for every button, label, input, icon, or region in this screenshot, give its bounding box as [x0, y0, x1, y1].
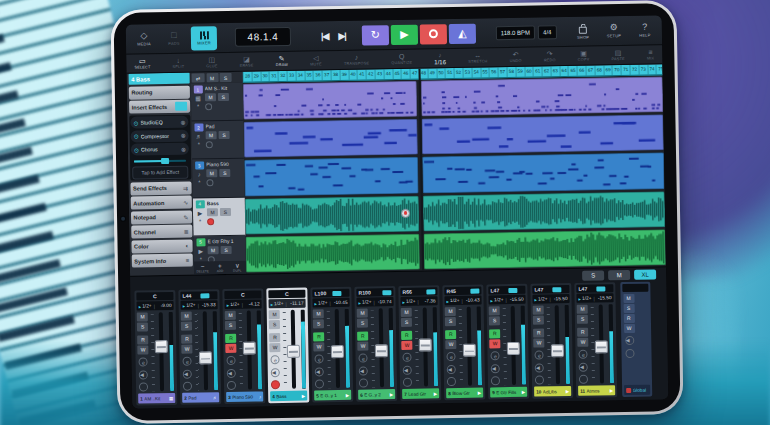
inspector-channel-row[interactable]: Channel≣	[131, 225, 192, 239]
fader-cap[interactable]	[551, 344, 564, 357]
remove-effect-icon[interactable]: ⊗	[181, 132, 186, 139]
fader-cap[interactable]	[375, 344, 388, 357]
track-record-arm[interactable]	[207, 218, 214, 225]
record-arm-button[interactable]	[139, 382, 148, 391]
master-r-button[interactable]: R	[623, 314, 634, 323]
mute-button[interactable]: M	[181, 312, 192, 321]
monitor-button[interactable]: ◀	[625, 336, 634, 345]
write-automation-button[interactable]: W	[533, 338, 544, 347]
solo-button[interactable]: S	[269, 320, 280, 329]
pan-control[interactable]: R45	[444, 287, 481, 296]
monitor-button[interactable]: ◀	[315, 367, 324, 376]
mixer-channel-11[interactable]: L47 ▸ 1/2+ | -15.50 M S R W e ◀ 1	[574, 282, 617, 398]
channel-edit-button[interactable]: e	[183, 357, 192, 366]
tool-copy[interactable]: ▣COPY	[578, 50, 590, 62]
track-mute-button[interactable]: M	[206, 73, 218, 82]
read-automation-button[interactable]: R	[489, 329, 500, 338]
read-automation-button[interactable]: R	[225, 334, 236, 343]
record-button[interactable]	[420, 24, 447, 44]
read-automation-button[interactable]: R	[181, 335, 192, 344]
clip-e-gtr-rhy-1-2[interactable]	[423, 229, 666, 269]
monitor-button[interactable]: ◀	[447, 364, 456, 373]
mixer-channel-9[interactable]: L47 ▸ 1/2+ | -15.50 M S R W e ◀ 9	[486, 284, 529, 400]
nav-mixer-button[interactable]: MIXER	[191, 26, 217, 50]
channel-edit-button[interactable]: e	[403, 353, 412, 362]
channel-edit-button[interactable]: e	[271, 355, 280, 364]
track-list-item-2[interactable]: 2 ♬ * Pad MS	[191, 121, 244, 160]
solo-button[interactable]: S	[137, 322, 148, 331]
volume-fader[interactable]	[595, 304, 608, 383]
clip-pad-1[interactable]	[243, 119, 418, 158]
record-arm-button[interactable]	[227, 381, 236, 390]
tool-undo[interactable]: ↶UNDO	[510, 51, 522, 63]
record-arm-button[interactable]	[271, 380, 280, 389]
write-automation-button[interactable]: W	[358, 342, 369, 351]
track-record-arm[interactable]	[205, 103, 212, 110]
channel-routing-row[interactable]: ▸ 1/2+ | -15.50	[488, 295, 525, 305]
fader-cap[interactable]	[507, 342, 520, 355]
channel-routing-row[interactable]: ▸ 1/2+ | -10.74	[356, 297, 393, 307]
power-icon[interactable]: ⊙	[133, 119, 138, 126]
channel-routing-row[interactable]: ▸ 1/2+ | -7.36	[400, 296, 437, 306]
volume-fader[interactable]	[243, 310, 256, 389]
pan-control[interactable]: L44	[180, 291, 217, 300]
track-mute-button[interactable]: M	[206, 131, 217, 139]
channel-label[interactable]: 9 E Gtr Fills ▶	[490, 387, 527, 398]
tool-split[interactable]: ↓SPLIT	[172, 57, 184, 69]
effect-mix-slider[interactable]	[134, 156, 186, 165]
mute-button[interactable]: M	[137, 312, 148, 321]
mute-button[interactable]: M	[313, 309, 324, 318]
monitor-button[interactable]: ◀	[491, 364, 500, 373]
power-icon[interactable]: ⊙	[134, 132, 139, 139]
cycle-button[interactable]: ↻	[362, 25, 389, 45]
write-automation-button[interactable]: W	[402, 341, 413, 350]
channel-routing-row[interactable]: ▸ 1/2+ | -15.50	[576, 293, 613, 303]
mixer-channel-4[interactable]: C ▸ 1/2+ | -11.17 M S R W e ◀ 4	[266, 288, 309, 404]
fader-cap[interactable]	[419, 338, 432, 351]
pan-control[interactable]: L47	[532, 285, 569, 294]
read-automation-button[interactable]: R	[137, 335, 148, 344]
mute-button[interactable]: M	[357, 309, 368, 318]
channel-label[interactable]: 6 E G..y 2 ▶	[358, 389, 395, 400]
channel-routing-row[interactable]: ▸ 1/2+ | -11.17	[269, 299, 306, 309]
clip-bass-1[interactable]	[245, 195, 420, 234]
channel-edit-button[interactable]: e	[139, 357, 148, 366]
punch-marker[interactable]	[401, 208, 410, 217]
read-automation-button[interactable]: R	[357, 332, 368, 341]
shop-button[interactable]: SHOP	[571, 19, 595, 43]
metronome-button[interactable]: ◭	[449, 23, 476, 43]
pan-control[interactable]: L47	[488, 286, 525, 295]
power-icon[interactable]: ⊙	[134, 146, 139, 153]
tool-quantize-value[interactable]: ♪1/16	[434, 51, 446, 65]
nav-media-button[interactable]: ◇MEDIA	[131, 27, 157, 51]
record-arm-button[interactable]	[315, 379, 324, 388]
fader-cap[interactable]	[243, 341, 256, 354]
pan-control[interactable]: C	[268, 290, 305, 299]
tool-redo[interactable]: ↷REDO	[544, 50, 556, 62]
mixer-view-s-button[interactable]: S	[582, 270, 604, 280]
write-automation-button[interactable]: W	[270, 343, 281, 352]
channel-routing-row[interactable]: ▸ 1/2+ | -15.50	[532, 294, 569, 304]
mute-button[interactable]: M	[445, 307, 456, 316]
mixer-channel-6[interactable]: R100 ▸ 1/2+ | -10.74 M S R W e ◀	[354, 286, 397, 402]
volume-fader[interactable]	[419, 307, 432, 386]
pan-control[interactable]: R66	[400, 287, 437, 296]
effect-slot-chorus[interactable]: ⊙Chorus⊗	[131, 143, 189, 156]
pan-control[interactable]: C	[136, 292, 173, 301]
add-track-button[interactable]: +ADD	[211, 261, 229, 274]
mixer-channel-10[interactable]: L47 ▸ 1/2+ | -15.50 M S R W e ◀ 1	[530, 283, 573, 399]
monitor-button[interactable]: ◀	[183, 369, 192, 378]
channel-label[interactable]: 11 Atmos ▶	[578, 385, 615, 396]
fader-cap[interactable]	[155, 340, 168, 353]
pan-control[interactable]: L47	[576, 284, 613, 293]
inspector-system-info-row[interactable]: System Info≡	[131, 254, 192, 268]
write-automation-button[interactable]: W	[138, 345, 149, 354]
record-arm-button[interactable]	[535, 375, 544, 384]
tool-paste[interactable]: ▤PASTE	[611, 49, 624, 61]
track-solo-button[interactable]: S	[218, 93, 229, 101]
record-arm-button[interactable]	[359, 379, 368, 388]
channel-routing-row[interactable]: ▸ 1/2+ | -4.12	[225, 299, 262, 309]
master-pan[interactable]	[622, 284, 648, 292]
monitor-button[interactable]: ◀	[139, 370, 148, 379]
inspector-selected-track[interactable]: 4 Bass	[128, 73, 189, 85]
